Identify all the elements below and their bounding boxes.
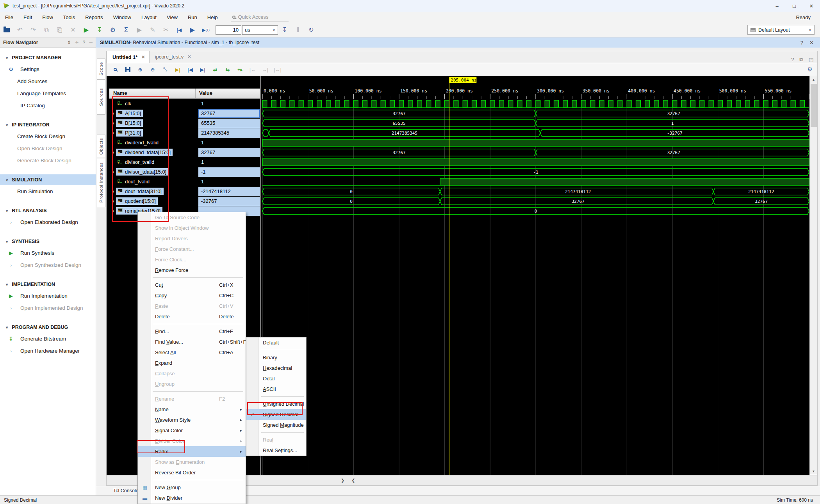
signal-name-chip[interactable]: B[15:0]: [116, 119, 143, 127]
close-button[interactable]: ✕: [803, 0, 820, 12]
open-project-icon[interactable]: [1, 25, 12, 35]
menu-view[interactable]: View: [162, 13, 183, 22]
signal-row[interactable]: ❯A[15:0]32767: [109, 108, 260, 118]
expand-icon[interactable]: ❯: [111, 131, 116, 135]
menu-item-signal-color[interactable]: Signal Color▸: [138, 425, 246, 436]
generate-bitstream-icon[interactable]: ↧: [94, 25, 105, 35]
copy-icon[interactable]: ⧉: [41, 25, 52, 35]
signal-value[interactable]: 32767: [198, 109, 260, 118]
menu-edit[interactable]: Edit: [18, 13, 37, 22]
signal-row[interactable]: ❯B[15:0]65535: [109, 118, 260, 128]
flow-item-generate-bitstream[interactable]: ↧Generate Bitstream: [0, 333, 96, 345]
menu-file[interactable]: File: [0, 13, 18, 22]
menu-item-hexadecimal[interactable]: Hexadecimal: [246, 363, 306, 373]
menu-item-copy[interactable]: CopyCtrl+C: [138, 290, 246, 301]
run-for-time-icon[interactable]: ▶(T): [200, 25, 212, 35]
flow-item-settings[interactable]: ⚙Settings: [0, 63, 96, 75]
scroll-down-icon[interactable]: ▼: [810, 468, 817, 475]
swap-cursor-next-icon[interactable]: ⇆: [223, 65, 233, 74]
menu-item-real-settings[interactable]: Real Settings...: [246, 445, 306, 456]
signal-row[interactable]: ❯dividend_tdata[15:0]32767: [109, 147, 260, 157]
menu-item-remove-force[interactable]: Remove Force: [138, 265, 246, 275]
close-icon[interactable]: ✕: [187, 54, 191, 59]
expand-all-icon[interactable]: ≑: [75, 40, 79, 45]
flow-item-open-implemented-design[interactable]: ›Open Implemented Design: [0, 302, 96, 314]
signal-value[interactable]: 65535: [198, 119, 260, 128]
signal-value[interactable]: -32767: [198, 197, 260, 206]
flow-item-run-implementation[interactable]: ▶Run Implementation: [0, 290, 96, 302]
signal-name-chip[interactable]: dout_tdata[31:0]: [116, 188, 164, 195]
menu-item-delete[interactable]: DeleteDelete: [138, 311, 246, 322]
tab-ipcore-test-v[interactable]: ipcore_test.v✕: [150, 51, 195, 63]
expand-icon[interactable]: ❯: [111, 209, 116, 213]
flow-section-implementation[interactable]: ∨IMPLEMENTATION: [0, 279, 96, 290]
menu-reports[interactable]: Reports: [80, 13, 108, 22]
signal-name-chip[interactable]: quotient[15:0]: [116, 197, 158, 205]
signal-name-chip[interactable]: A[15:0]: [116, 110, 143, 117]
flow-section-synthesis[interactable]: ∨SYNTHESIS: [0, 236, 96, 247]
signal-name-chip[interactable]: dout_tvalid: [116, 178, 152, 185]
signal-row[interactable]: dout_tvalid1: [109, 177, 260, 186]
waveform-canvas[interactable]: 0.000 ns50.000 ns100.000 ns150.000 ns200…: [261, 76, 809, 475]
menu-item-radix[interactable]: Radix▸: [138, 446, 246, 457]
save-waveform-icon[interactable]: [123, 65, 133, 74]
menu-item-select-all[interactable]: Select AllCtrl+A: [138, 347, 246, 358]
flow-item-open-block-design[interactable]: Open Block Design: [0, 142, 96, 154]
signal-name-chip[interactable]: dividend_tvalid: [116, 139, 160, 146]
signal-value[interactable]: 1: [198, 158, 260, 167]
restart-sim-icon[interactable]: |◀: [173, 25, 185, 35]
side-tab-objects[interactable]: Objects: [97, 135, 105, 158]
menu-layout[interactable]: Layout: [136, 13, 162, 22]
menu-item-default[interactable]: Default: [246, 337, 306, 348]
flow-item-open-elaborated-design[interactable]: ›Open Elaborated Design: [0, 216, 96, 228]
menu-window[interactable]: Window: [108, 13, 136, 22]
menu-item-waveform-style[interactable]: Waveform Style▸: [138, 415, 246, 425]
flow-section-ip-integrator[interactable]: ∨IP INTEGRATOR: [0, 119, 96, 130]
signal-row[interactable]: clk1: [109, 99, 260, 108]
layout-selector[interactable]: Default Layout ∨: [747, 25, 815, 35]
menu-item-name[interactable]: Name▸: [138, 404, 246, 415]
signal-value[interactable]: -1: [198, 167, 260, 177]
minimize-panel-icon[interactable]: ─: [89, 40, 93, 45]
side-tab-sources[interactable]: Sources: [97, 80, 105, 115]
close-icon[interactable]: ✕: [141, 55, 145, 60]
go-to-cursor-icon[interactable]: ▶|: [173, 65, 183, 74]
signal-name-chip[interactable]: dividend_tdata[15:0]: [116, 149, 173, 156]
tab-untitled-1-[interactable]: Untitled 1*✕: [107, 51, 150, 63]
help-icon[interactable]: ?: [791, 57, 794, 63]
menu-item-expand[interactable]: Expand: [138, 358, 246, 368]
float-window-icon[interactable]: ⧉: [799, 57, 803, 63]
menu-item-new-divider[interactable]: ▬New Divider: [138, 493, 246, 503]
relaunch-icon[interactable]: ↻: [305, 25, 317, 35]
signal-row[interactable]: ❯quotient[15:0]-32767: [109, 196, 260, 206]
menu-item-ascii[interactable]: ASCII: [246, 384, 306, 394]
menu-item-signed-magnitude[interactable]: Signed Magnitude: [246, 420, 306, 430]
run-icon[interactable]: ▶: [80, 25, 92, 35]
menu-run[interactable]: Run: [183, 13, 202, 22]
flow-section-project-manager[interactable]: ∨PROJECT MANAGER: [0, 52, 96, 63]
expand-icon[interactable]: ❯: [111, 121, 116, 125]
step-icon[interactable]: ↧: [279, 25, 291, 35]
previous-transition-icon[interactable]: |◀: [185, 65, 195, 74]
menu-tools[interactable]: Tools: [58, 13, 80, 22]
flow-item-open-synthesized-design[interactable]: ›Open Synthesized Design: [0, 259, 96, 271]
help-icon[interactable]: ?: [83, 40, 86, 45]
menu-item-new-group[interactable]: ▦New Group: [138, 482, 246, 493]
undo-icon[interactable]: ↶: [14, 25, 26, 35]
expand-icon[interactable]: ❯: [111, 170, 116, 174]
flow-item-create-block-design[interactable]: Create Block Design: [0, 130, 96, 142]
signal-name-chip[interactable]: divisor_tvalid: [116, 158, 156, 166]
menu-item-binary[interactable]: Binary: [246, 352, 306, 363]
flow-item-generate-block-design[interactable]: Generate Block Design: [0, 154, 96, 167]
time-unit-select[interactable]: us∨: [242, 25, 278, 35]
maximize-pane-icon[interactable]: ◳: [809, 57, 813, 63]
splitter-right-icon[interactable]: ❯: [341, 478, 344, 483]
help-icon[interactable]: ?: [800, 40, 803, 46]
flow-section-rtl-analysis[interactable]: ∨RTL ANALYSIS: [0, 205, 96, 216]
menu-item-unsigned-decimal[interactable]: Unsigned Decimal: [246, 399, 306, 409]
quick-access-search[interactable]: Quick Access: [231, 13, 289, 21]
paste-icon[interactable]: ⎗: [54, 25, 66, 35]
value-column-header[interactable]: Value: [196, 89, 212, 98]
signal-value[interactable]: 1: [198, 177, 260, 186]
run-all-icon[interactable]: ▶: [187, 25, 198, 35]
